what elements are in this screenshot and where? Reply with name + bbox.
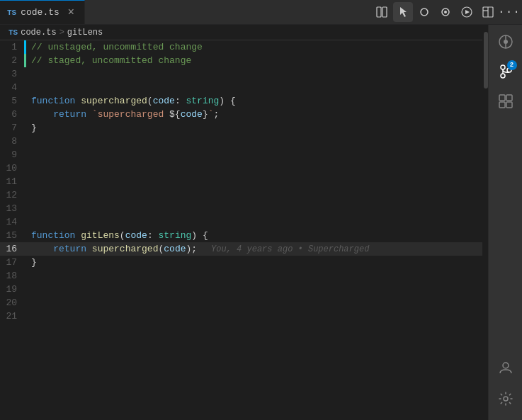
type-token: string <box>186 96 220 106</box>
cursor-icon[interactable] <box>393 2 413 22</box>
plain-token <box>86 244 92 254</box>
comment-token: // staged, uncommitted change <box>31 55 191 66</box>
table-row[interactable]: 17} <box>0 256 482 269</box>
tab-close-button[interactable]: × <box>64 6 77 20</box>
gitlens-icon[interactable] <box>492 28 520 56</box>
scrollbar-thumb[interactable] <box>484 32 488 89</box>
svg-point-15 <box>501 74 505 78</box>
circle-dot-icon[interactable] <box>436 2 455 22</box>
kw-token: return <box>53 109 86 120</box>
svg-point-4 <box>444 11 447 13</box>
table-row[interactable]: 13 <box>0 202 482 215</box>
punct-token: ); <box>186 244 198 254</box>
line-number: 15 <box>0 229 28 242</box>
breadcrumb-symbol[interactable]: gitLens <box>67 28 103 38</box>
table-row[interactable]: 10 <box>0 161 482 175</box>
punct-token: ) { <box>191 230 208 241</box>
code-editor[interactable]: 1// unstaged, uncommitted change2// stag… <box>0 40 482 420</box>
table-row[interactable]: 21 <box>0 310 482 323</box>
editor-toolbar: ··· <box>372 0 522 24</box>
line-number: 9 <box>0 148 28 161</box>
table-row[interactable]: 12 <box>0 188 482 202</box>
table-row[interactable]: 14 <box>0 215 482 229</box>
table-row[interactable]: 3 <box>0 67 482 81</box>
svg-marker-6 <box>465 10 470 14</box>
param-token: code <box>153 96 175 106</box>
table-row[interactable]: 19 <box>0 283 482 296</box>
layout-icon[interactable] <box>478 2 498 22</box>
punct-token: : <box>147 230 159 241</box>
svg-point-11 <box>504 40 508 44</box>
table-row[interactable]: 20 <box>0 296 482 310</box>
table-row[interactable]: 5function supercharged(code: string) { <box>0 94 482 108</box>
svg-rect-0 <box>377 7 381 17</box>
svg-point-23 <box>504 397 508 401</box>
plain-token <box>86 109 92 120</box>
punct-token: ( <box>120 230 125 241</box>
param-token: code <box>164 244 186 254</box>
line-content: // staged, uncommitted change <box>28 54 482 67</box>
table-row[interactable]: 18 <box>0 269 482 283</box>
line-number: 11 <box>0 175 28 188</box>
param-token: code <box>181 109 203 120</box>
breadcrumb: TS code.ts > gitLens <box>0 25 482 40</box>
svg-point-2 <box>421 8 428 16</box>
table-row[interactable]: 9 <box>0 148 482 161</box>
table-row[interactable]: 8 <box>0 135 482 148</box>
tab-bar: TS code.ts × <box>0 0 522 25</box>
table-row[interactable]: 6 return `supercharged ${code}`; <box>0 108 482 121</box>
tab-code-ts[interactable]: TS code.ts × <box>0 0 85 24</box>
punct-token: : <box>175 96 186 106</box>
line-number: 13 <box>0 202 28 215</box>
punct-token: } <box>203 109 208 120</box>
extensions-icon[interactable] <box>492 87 520 115</box>
table-row[interactable]: 11 <box>0 175 482 188</box>
line-content: return `supercharged ${code}`; <box>28 108 482 121</box>
line-number: 3 <box>0 67 28 81</box>
editor-area: TS code.ts > gitLens 1// unstaged, uncom… <box>0 25 482 420</box>
git-decoration <box>24 54 26 67</box>
fn-token: gitLens <box>81 230 120 241</box>
svg-rect-1 <box>382 7 387 17</box>
tmpl-token: `supercharged <box>92 109 169 120</box>
account-icon[interactable] <box>492 353 520 382</box>
plain-token <box>31 244 53 254</box>
line-number: 8 <box>0 135 28 148</box>
line-number: 6 <box>0 108 28 121</box>
svg-rect-20 <box>499 102 505 108</box>
line-number: 14 <box>0 215 28 229</box>
line-content: } <box>28 256 482 269</box>
line-number: 4 <box>0 81 28 94</box>
punct-token: ) { <box>219 96 235 106</box>
table-row[interactable]: 16 return supercharged(code);You, 4 year… <box>0 242 482 256</box>
svg-rect-21 <box>506 102 512 108</box>
ts-icon: TS <box>7 8 16 17</box>
split-editor-icon[interactable] <box>372 2 392 22</box>
line-content: function gitLens(code: string) { <box>28 229 482 242</box>
breadcrumb-file[interactable]: code.ts <box>21 28 56 38</box>
run-icon[interactable] <box>457 2 477 22</box>
table-row[interactable]: 15function gitLens(code: string) { <box>0 229 482 242</box>
table-row[interactable]: 2// staged, uncommitted change <box>0 54 482 67</box>
punct-token: ${ <box>169 109 181 120</box>
table-row[interactable]: 1// unstaged, uncommitted change <box>0 40 482 54</box>
punct-token: ; <box>214 109 220 120</box>
plain-token <box>31 109 53 120</box>
table-row[interactable]: 7} <box>0 121 482 135</box>
editor-scrollbar[interactable] <box>482 25 488 420</box>
punct-token: } <box>31 123 37 133</box>
circle-icon[interactable] <box>414 2 434 22</box>
source-control-icon[interactable]: 2 <box>492 57 520 86</box>
main-area: TS code.ts > gitLens 1// unstaged, uncom… <box>0 25 522 420</box>
line-number: 21 <box>0 310 28 323</box>
kw-token: return <box>53 244 86 254</box>
punct-token: } <box>31 257 37 268</box>
fn-token: supercharged <box>81 96 147 106</box>
line-number: 18 <box>0 269 28 283</box>
more-options-icon[interactable]: ··· <box>499 2 519 22</box>
line-number: 10 <box>0 161 28 175</box>
line-content: // unstaged, uncommitted change <box>28 40 482 54</box>
settings-icon[interactable] <box>492 385 520 413</box>
code-lines: 1// unstaged, uncommitted change2// stag… <box>0 40 482 323</box>
table-row[interactable]: 4 <box>0 81 482 94</box>
